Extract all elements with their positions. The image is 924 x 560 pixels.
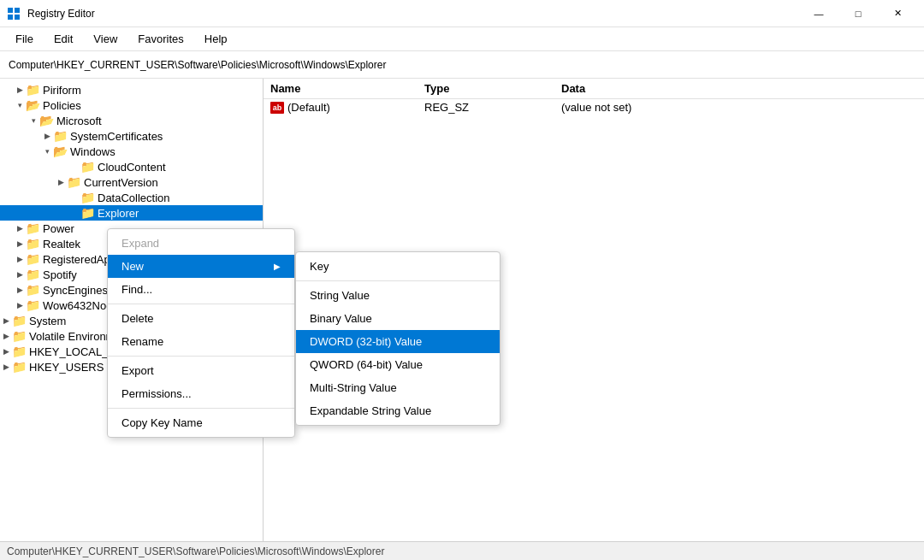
ctx-rename-label: Rename: [121, 335, 163, 348]
context-menu: Expand New ▶ Find... Delete Rename Expor…: [107, 228, 295, 438]
detail-data: (value not set): [561, 101, 917, 114]
sub-qword-label: QWORD (64-bit) Value: [310, 358, 423, 371]
folder-icon-spotify: 📁: [26, 268, 39, 281]
minimize-button[interactable]: —: [799, 0, 838, 27]
window-controls: — □ ✕: [799, 0, 917, 27]
folder-icon-piriform: 📁: [26, 83, 39, 97]
expand-icon-registeredapp: ▶: [14, 253, 26, 265]
expand-icon-hkusers: ▶: [0, 361, 12, 373]
col-data: Data: [561, 82, 917, 95]
ctx-rename[interactable]: Rename: [108, 330, 294, 353]
expand-icon-syncengines: ▶: [14, 284, 26, 296]
tree-item-policies[interactable]: ▾ 📂 Policies: [0, 97, 263, 113]
svg-rect-0: [8, 8, 13, 13]
label-system: System: [29, 315, 66, 327]
ctx-new[interactable]: New ▶: [108, 255, 294, 278]
menu-favorites[interactable]: Favorites: [129, 29, 192, 49]
ctx-find[interactable]: Find...: [108, 278, 294, 301]
folder-icon-explorer: 📁: [80, 206, 94, 220]
ctx-sep1: [108, 304, 294, 304]
sub-qword[interactable]: QWORD (64-bit) Value: [296, 353, 500, 376]
tree-item-currentversion[interactable]: ▶ 📁 CurrentVersion: [0, 174, 263, 190]
ctx-copykeyname[interactable]: Copy Key Name: [108, 411, 294, 434]
menu-bar: File Edit View Favorites Help: [0, 27, 924, 51]
folder-icon-wow6432node: 📁: [26, 298, 39, 312]
sub-binaryvalue[interactable]: Binary Value: [296, 307, 500, 330]
expand-icon-realtek: ▶: [14, 238, 26, 250]
folder-icon-currentversion: 📁: [67, 175, 80, 189]
svg-rect-2: [8, 15, 13, 20]
sub-stringvalue-label: String Value: [310, 289, 370, 302]
expand-icon-system: ▶: [0, 315, 12, 327]
ctx-permissions[interactable]: Permissions...: [108, 382, 294, 405]
address-path: Computer\HKEY_CURRENT_USER\Software\Poli…: [9, 59, 386, 71]
tree-item-microsoft[interactable]: ▾ 📂 Microsoft: [0, 113, 263, 128]
sub-binaryvalue-label: Binary Value: [310, 312, 372, 325]
detail-row-default[interactable]: ab (Default) REG_SZ (value not set): [264, 99, 924, 115]
expand-icon-policies: ▾: [14, 99, 26, 111]
label-systemcerts: SystemCertificates: [70, 130, 163, 143]
detail-type: REG_SZ: [424, 101, 561, 114]
sub-multistring[interactable]: Multi-String Value: [296, 376, 500, 399]
sub-key-label: Key: [310, 260, 329, 273]
main-content: ▶ 📁 Piriform ▾ 📂 Policies ▾ 📂 Microsoft …: [0, 79, 924, 541]
svg-rect-3: [15, 15, 20, 20]
tree-item-explorer[interactable]: ▶ 📁 Explorer: [0, 205, 263, 221]
tree-item-datacollection[interactable]: ▶ 📁 DataCollection: [0, 190, 263, 205]
folder-icon-datacollection: 📁: [80, 191, 94, 204]
ctx-find-label: Find...: [121, 283, 152, 296]
folder-icon-hkusers: 📁: [12, 360, 26, 374]
submenu: Key String Value Binary Value DWORD (32-…: [295, 251, 500, 426]
tree-item-piriform[interactable]: ▶ 📁 Piriform: [0, 82, 263, 97]
detail-name: (Default): [287, 101, 330, 114]
svg-rect-1: [15, 8, 20, 13]
sub-key[interactable]: Key: [296, 255, 500, 278]
tree-item-systemcerts[interactable]: ▶ 📁 SystemCertificates: [0, 128, 263, 144]
tree-item-windows[interactable]: ▾ 📂 Windows: [0, 144, 263, 159]
ctx-expand[interactable]: Expand: [108, 232, 294, 255]
sub-expandable[interactable]: Expandable String Value: [296, 399, 500, 422]
folder-icon-microsoft: 📂: [39, 114, 53, 127]
title-bar: Registry Editor — □ ✕: [0, 0, 924, 27]
ctx-delete[interactable]: Delete: [108, 307, 294, 330]
tree-item-cloudcontent[interactable]: ▶ 📁 CloudContent: [0, 159, 263, 174]
sub-dword[interactable]: DWORD (32-bit) Value: [296, 330, 500, 353]
col-type: Type: [424, 82, 561, 95]
folder-icon-registeredapp: 📁: [26, 252, 39, 266]
menu-view[interactable]: View: [85, 29, 126, 49]
expand-icon-microsoft: ▾: [27, 115, 39, 127]
label-realtek: Realtek: [43, 238, 80, 251]
sub-multistring-label: Multi-String Value: [310, 381, 397, 394]
folder-icon-power: 📁: [26, 221, 39, 235]
menu-help[interactable]: Help: [196, 29, 236, 49]
label-piriform: Piriform: [43, 84, 81, 97]
sub-stringvalue[interactable]: String Value: [296, 284, 500, 307]
ctx-permissions-label: Permissions...: [121, 387, 192, 400]
ctx-copykeyname-label: Copy Key Name: [121, 416, 203, 429]
col-name: Name: [270, 82, 424, 95]
folder-icon-system: 📁: [12, 314, 26, 327]
label-policies: Policies: [43, 99, 81, 112]
status-text: Computer\HKEY_CURRENT_USER\Software\Poli…: [7, 545, 384, 557]
close-button[interactable]: ✕: [878, 0, 917, 27]
expand-icon-spotify: ▶: [14, 268, 26, 280]
expand-icon-hklm: ▶: [0, 345, 12, 357]
label-syncengines: SyncEngines: [43, 284, 108, 297]
expand-icon-power: ▶: [14, 222, 26, 234]
ctx-delete-label: Delete: [121, 312, 154, 325]
folder-icon-hklm: 📁: [12, 345, 26, 358]
menu-edit[interactable]: Edit: [45, 29, 81, 49]
label-currentversion: CurrentVersion: [84, 176, 158, 189]
maximize-button[interactable]: □: [838, 0, 878, 27]
label-hkusers: HKEY_USERS: [29, 361, 104, 374]
expand-icon-volatile: ▶: [0, 330, 12, 342]
menu-file[interactable]: File: [7, 29, 42, 49]
expand-icon-piriform: ▶: [14, 84, 26, 96]
sub-expandable-label: Expandable String Value: [310, 404, 431, 417]
ctx-export[interactable]: Export: [108, 359, 294, 382]
folder-icon-cloudcontent: 📁: [80, 160, 94, 174]
window-title: Registry Editor: [27, 8, 799, 20]
address-bar: Computer\HKEY_CURRENT_USER\Software\Poli…: [0, 51, 924, 79]
label-microsoft: Microsoft: [56, 115, 102, 127]
ctx-export-label: Export: [121, 364, 154, 377]
